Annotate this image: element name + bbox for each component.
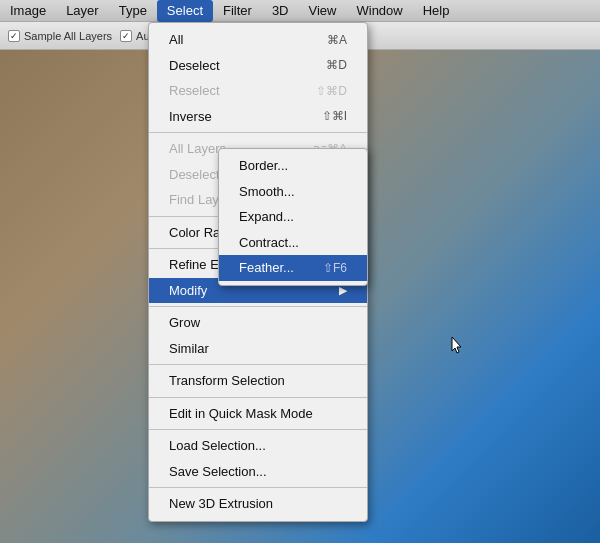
sample-all-checkbox[interactable] xyxy=(8,30,20,42)
menu-item-transform-selection[interactable]: Transform Selection xyxy=(149,368,367,394)
auto-enhance-checkbox[interactable] xyxy=(120,30,132,42)
menu-item-save-selection-label: Save Selection... xyxy=(169,462,267,482)
menu-item-new-3d[interactable]: New 3D Extrusion xyxy=(149,491,367,517)
menu-item-reselect[interactable]: Reselect ⇧⌘D xyxy=(149,78,367,104)
menu-item-grow-label: Grow xyxy=(169,313,200,333)
modify-submenu: Border... Smooth... Expand... Contract..… xyxy=(218,148,368,286)
menu-item-reselect-label: Reselect xyxy=(169,81,220,101)
submenu-item-expand[interactable]: Expand... xyxy=(219,204,367,230)
submenu-item-border-label: Border... xyxy=(239,156,288,176)
submenu-item-smooth-label: Smooth... xyxy=(239,182,295,202)
menubar: Image Layer Type Select Filter 3D View W… xyxy=(0,0,600,22)
menu-item-deselect-label: Deselect xyxy=(169,56,220,76)
menu-item-modify-label: Modify xyxy=(169,281,207,301)
submenu-item-feather[interactable]: Feather... ⇧F6 xyxy=(219,255,367,281)
menu-item-new-3d-label: New 3D Extrusion xyxy=(169,494,273,514)
submenu-item-feather-label: Feather... xyxy=(239,258,294,278)
menu-item-transform-selection-label: Transform Selection xyxy=(169,371,285,391)
menubar-item-view[interactable]: View xyxy=(299,0,347,22)
menu-item-load-selection[interactable]: Load Selection... xyxy=(149,433,367,459)
separator-1 xyxy=(149,132,367,133)
menubar-item-select[interactable]: Select xyxy=(157,0,213,22)
menu-item-all-label: All xyxy=(169,30,183,50)
menu-item-all-shortcut: ⌘A xyxy=(327,31,347,49)
menu-item-all[interactable]: All ⌘A xyxy=(149,27,367,53)
menu-item-reselect-shortcut: ⇧⌘D xyxy=(316,82,347,100)
menubar-item-window[interactable]: Window xyxy=(346,0,412,22)
separator-6 xyxy=(149,397,367,398)
menubar-item-filter[interactable]: Filter xyxy=(213,0,262,22)
menu-item-quick-mask[interactable]: Edit in Quick Mask Mode xyxy=(149,401,367,427)
menubar-item-layer[interactable]: Layer xyxy=(56,0,109,22)
menubar-item-type[interactable]: Type xyxy=(109,0,157,22)
menu-item-similar[interactable]: Similar xyxy=(149,336,367,362)
menubar-item-help[interactable]: Help xyxy=(413,0,460,22)
submenu-item-smooth[interactable]: Smooth... xyxy=(219,179,367,205)
menu-item-save-selection[interactable]: Save Selection... xyxy=(149,459,367,485)
separator-7 xyxy=(149,429,367,430)
menu-item-deselect[interactable]: Deselect ⌘D xyxy=(149,53,367,79)
menu-item-grow[interactable]: Grow xyxy=(149,310,367,336)
separator-4 xyxy=(149,306,367,307)
separator-5 xyxy=(149,364,367,365)
menu-item-inverse[interactable]: Inverse ⇧⌘I xyxy=(149,104,367,130)
separator-8 xyxy=(149,487,367,488)
submenu-item-expand-label: Expand... xyxy=(239,207,294,227)
toolbar-sample: Sample All Layers xyxy=(8,30,112,42)
menubar-item-image[interactable]: Image xyxy=(0,0,56,22)
sample-all-label: Sample All Layers xyxy=(24,30,112,42)
submenu-item-contract[interactable]: Contract... xyxy=(219,230,367,256)
submenu-item-border[interactable]: Border... xyxy=(219,153,367,179)
menu-item-inverse-label: Inverse xyxy=(169,107,212,127)
menu-item-load-selection-label: Load Selection... xyxy=(169,436,266,456)
menu-item-inverse-shortcut: ⇧⌘I xyxy=(322,107,347,125)
menu-item-deselect-shortcut: ⌘D xyxy=(326,56,347,74)
menu-item-similar-label: Similar xyxy=(169,339,209,359)
submenu-item-contract-label: Contract... xyxy=(239,233,299,253)
submenu-item-feather-shortcut: ⇧F6 xyxy=(323,259,347,277)
menubar-item-3d[interactable]: 3D xyxy=(262,0,299,22)
menu-item-quick-mask-label: Edit in Quick Mask Mode xyxy=(169,404,313,424)
